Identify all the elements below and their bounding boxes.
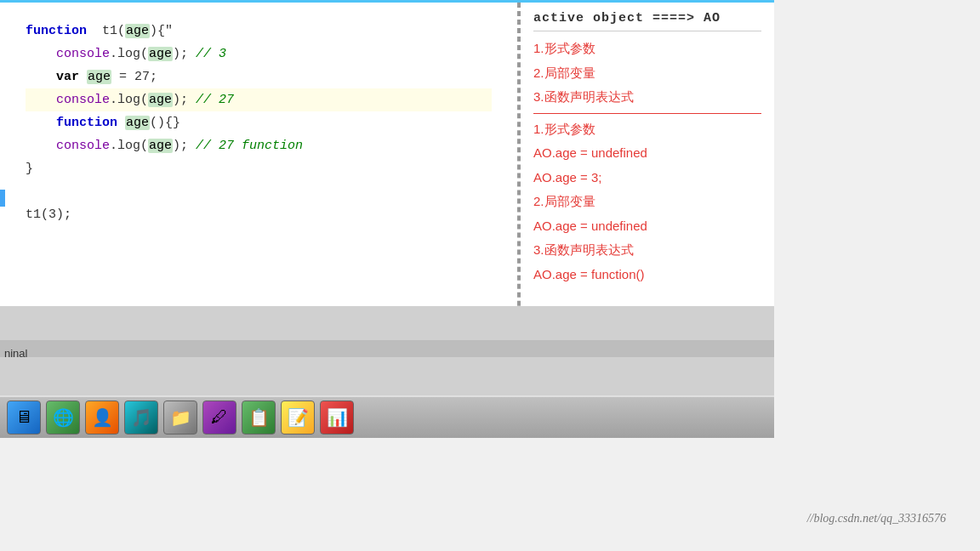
code-line-4: console.log(age); // 27 <box>26 88 492 111</box>
bottom-area <box>0 306 774 408</box>
param-age-1: age <box>125 24 150 38</box>
taskbar-icon-2[interactable]: 🌐 <box>46 400 80 435</box>
panel-content: 1.形式参数 2.局部变量 3.函数声明表达式 1.形式参数 AO.age = … <box>533 37 761 287</box>
code-line-blank <box>26 180 492 203</box>
param-age-4: age <box>148 139 173 153</box>
code-line-2: console.log(age); // 3 <box>26 43 492 65</box>
comment-2: // 27 <box>196 93 234 107</box>
watermark: //blog.csdn.net/qq_33316576 <box>807 512 946 525</box>
kw-var: var <box>56 70 79 84</box>
code-line-7: } <box>26 157 492 180</box>
taskbar-icon-3[interactable]: 👤 <box>85 400 119 435</box>
log-1: log( <box>117 47 148 61</box>
divider-top <box>533 31 761 31</box>
taskbar-icon-1[interactable]: 🖥 <box>7 400 41 435</box>
log-close-1: ); <box>173 47 196 61</box>
comment-3: // 27 function <box>196 139 303 153</box>
code-line-1: function t1(age){" <box>26 20 492 43</box>
item-2: 2.局部变量 <box>533 61 761 86</box>
console-3: console <box>56 139 110 153</box>
fn-name: t1( <box>94 24 125 38</box>
code-line-9: t1(3); <box>26 203 492 226</box>
code-block: function t1(age){" console.log(age); // … <box>26 20 492 226</box>
taskbar: 🖥 🌐 👤 🎵 📁 🖊 📋 📝 📊 <box>0 395 774 438</box>
fn-age: age <box>125 116 150 130</box>
comment-1: // 3 <box>196 47 226 61</box>
assign: = 27; <box>111 70 157 84</box>
item-4: 1.形式参数 <box>533 117 761 142</box>
log-close-3: ); <box>173 139 196 153</box>
item-6: AO.age = 3; <box>533 166 761 190</box>
code-line-3: var age = 27; <box>26 65 492 88</box>
var-age: age <box>87 70 111 84</box>
taskbar-icon-4[interactable]: 🎵 <box>124 400 158 435</box>
terminal-strip <box>0 340 774 357</box>
param-age-3: age <box>148 93 173 107</box>
console-1: console <box>56 47 110 61</box>
item-8: AO.age = undefined <box>533 214 761 239</box>
terminal-label: ninal <box>4 347 27 360</box>
item-3: 3.函数声明表达式 <box>533 85 761 110</box>
fn-open: ){" <box>150 24 173 38</box>
log-close-2: ); <box>173 93 196 107</box>
console-2: console <box>56 93 110 107</box>
code-line-6: console.log(age); // 27 function <box>26 134 492 157</box>
log-3: log( <box>117 139 148 153</box>
left-marker <box>0 190 5 207</box>
log-2: log( <box>117 93 148 107</box>
item-7: 2.局部变量 <box>533 190 761 214</box>
fn-age-body: (){} <box>150 116 180 130</box>
item-10: AO.age = function() <box>533 263 761 287</box>
taskbar-icon-7[interactable]: 📋 <box>242 400 276 435</box>
item-5: AO.age = undefined <box>533 141 761 166</box>
keyword-function-2: function <box>56 116 117 130</box>
divider-mid <box>533 113 761 114</box>
taskbar-icon-9[interactable]: 📊 <box>320 400 354 435</box>
item-1: 1.形式参数 <box>533 37 761 61</box>
code-line-5: function age(){} <box>26 111 492 134</box>
taskbar-icon-8[interactable]: 📝 <box>281 400 315 435</box>
taskbar-icon-5[interactable]: 📁 <box>163 400 197 435</box>
keyword-function: function <box>26 24 87 38</box>
param-age-2: age <box>148 47 173 61</box>
item-9: 3.函数声明表达式 <box>533 238 761 263</box>
taskbar-icon-6[interactable]: 🖊 <box>202 400 236 435</box>
panel-title: active object ====> AO <box>533 11 761 26</box>
